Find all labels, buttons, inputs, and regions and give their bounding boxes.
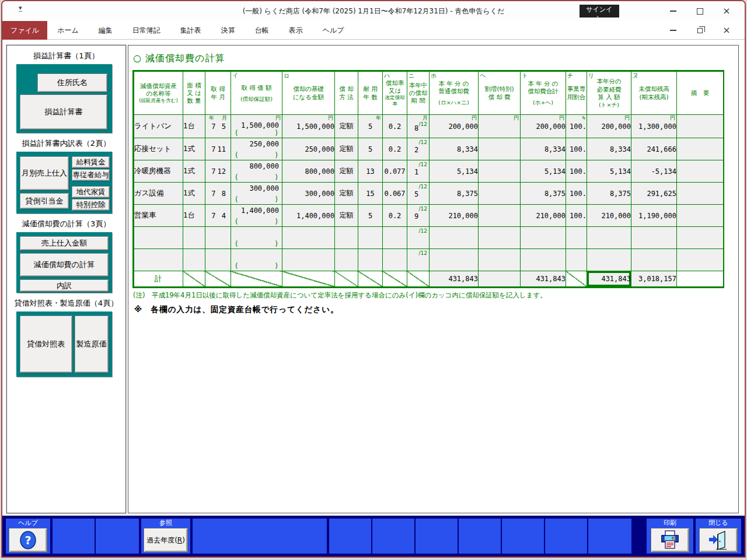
- cell-method[interactable]: 定額: [335, 183, 358, 205]
- cell-expense[interactable]: [587, 227, 631, 249]
- cell-ordinary[interactable]: 8,334: [430, 138, 479, 160]
- cell-special[interactable]: [479, 183, 521, 205]
- cell-ordinary[interactable]: [430, 227, 479, 249]
- sidebar-item-monthly-sales[interactable]: 月別売上仕入: [20, 156, 69, 190]
- cell-qty[interactable]: 1式: [183, 138, 205, 160]
- cell-method[interactable]: [335, 227, 358, 249]
- cell-remaining[interactable]: 1,190,000: [631, 205, 677, 227]
- cell-expense[interactable]: [587, 249, 631, 271]
- cell-rate[interactable]: [383, 227, 407, 249]
- cell-rate[interactable]: 0.077: [383, 160, 407, 183]
- total-cell-rate[interactable]: [383, 271, 407, 287]
- cell-ratio[interactable]: 100.: [566, 138, 587, 160]
- cell-cost[interactable]: (): [231, 227, 282, 249]
- menu-item-ヘルプ[interactable]: ヘルプ: [313, 21, 354, 40]
- cell-expense[interactable]: 5,134: [587, 160, 631, 183]
- cell-ordinary[interactable]: 200,000円: [430, 115, 479, 138]
- total-cell-method[interactable]: [335, 271, 358, 287]
- cell-name[interactable]: 応接セット: [134, 138, 183, 160]
- cell-period[interactable]: /128月: [407, 115, 430, 138]
- menu-item-ファイル[interactable]: ファイル: [2, 21, 47, 40]
- cell-ordinary[interactable]: [430, 249, 479, 271]
- cell-method[interactable]: 定額: [335, 160, 358, 183]
- sidebar-item-wages[interactable]: 給料賃金: [72, 156, 110, 168]
- cell-special[interactable]: [479, 249, 521, 271]
- print-button[interactable]: [651, 528, 689, 552]
- cell-qty[interactable]: 1台: [183, 205, 205, 227]
- cell-rate[interactable]: 0.2: [383, 115, 407, 138]
- cell-ratio[interactable]: 100.: [566, 205, 587, 227]
- cell-base[interactable]: 1,500,000円: [282, 115, 335, 138]
- cell-ratio[interactable]: 100.: [566, 183, 587, 205]
- cell-ym[interactable]: 75年月: [205, 115, 231, 138]
- cell-special[interactable]: [479, 227, 521, 249]
- cell-note[interactable]: [677, 160, 724, 183]
- cell-period[interactable]: /121: [407, 160, 430, 183]
- cell-qty[interactable]: 1式: [183, 183, 205, 205]
- cell-cost[interactable]: (): [231, 249, 282, 271]
- cell-qty[interactable]: [183, 227, 205, 249]
- cell-cost[interactable]: 300,000(): [231, 183, 282, 205]
- cell-rate[interactable]: 0.067: [383, 183, 407, 205]
- cell-total[interactable]: [521, 227, 566, 249]
- total-cell-ym[interactable]: [205, 271, 231, 287]
- cell-ym[interactable]: 78: [205, 183, 231, 205]
- cell-expense[interactable]: 8,334: [587, 138, 631, 160]
- sidebar-item-bad-debt[interactable]: 貸倒引当金: [20, 193, 69, 209]
- cell-period[interactable]: /12: [407, 227, 430, 249]
- cell-ratio[interactable]: 100.%: [566, 115, 587, 138]
- cell-cost[interactable]: 1,400,000(): [231, 205, 282, 227]
- sidebar-item-pl-statement[interactable]: 損益計算書: [20, 94, 107, 130]
- total-cell-expense[interactable]: 431,843: [587, 271, 631, 287]
- cell-total[interactable]: 210,000: [521, 205, 566, 227]
- sidebar-item-rent[interactable]: 地代家賃: [72, 186, 110, 198]
- cell-name[interactable]: 冷暖房機器: [134, 160, 183, 183]
- close-button[interactable]: ×: [713, 2, 740, 20]
- cell-total[interactable]: [521, 249, 566, 271]
- cell-ordinary[interactable]: 5,134: [430, 160, 479, 183]
- cell-special[interactable]: [479, 205, 521, 227]
- cell-remaining[interactable]: [631, 227, 677, 249]
- cell-method[interactable]: 定額: [335, 115, 358, 138]
- cell-base[interactable]: [282, 249, 335, 271]
- cell-base[interactable]: 1,400,000: [282, 205, 335, 227]
- cell-life[interactable]: 5: [358, 205, 383, 227]
- close-window-button[interactable]: [699, 528, 738, 552]
- menu-item-日常簿記[interactable]: 日常簿記: [123, 21, 170, 40]
- cell-total[interactable]: 5,134: [521, 160, 566, 183]
- cell-base[interactable]: [282, 227, 335, 249]
- maximize-button[interactable]: [686, 2, 713, 20]
- cell-ym[interactable]: [205, 227, 231, 249]
- menu-item-ホーム[interactable]: ホーム: [47, 21, 89, 40]
- cell-total[interactable]: 8,334: [521, 138, 566, 160]
- sidebar-item-special-deduction[interactable]: 特別控除: [72, 199, 110, 211]
- cell-remaining[interactable]: 1,300,000円: [631, 115, 677, 138]
- cell-expense[interactable]: 210,000: [587, 205, 631, 227]
- child-minimize-button[interactable]: [659, 22, 686, 39]
- total-cell-ratio[interactable]: [566, 271, 587, 287]
- cell-period[interactable]: /129: [407, 205, 430, 227]
- total-cell-period[interactable]: [407, 271, 430, 287]
- cell-rate[interactable]: [383, 249, 407, 271]
- cell-note[interactable]: [677, 205, 724, 227]
- cell-note[interactable]: [677, 249, 724, 271]
- total-cell-cost[interactable]: [231, 271, 282, 287]
- menu-item-編集[interactable]: 編集: [89, 21, 123, 40]
- cell-name[interactable]: ガス設備: [134, 183, 183, 205]
- cell-cost[interactable]: 1,500,000()円: [231, 115, 282, 138]
- menu-item-表示[interactable]: 表示: [279, 21, 313, 40]
- sidebar-item-sales-purchase[interactable]: 売上仕入金額: [20, 236, 109, 250]
- cell-base[interactable]: 250,000: [282, 138, 335, 160]
- cell-period[interactable]: /122: [407, 138, 430, 160]
- past-years-button[interactable]: 過去年度(R): [144, 528, 188, 552]
- cell-qty[interactable]: 1式: [183, 160, 205, 183]
- cell-period[interactable]: /125: [407, 183, 430, 205]
- cell-life[interactable]: 15: [358, 183, 383, 205]
- cell-expense[interactable]: 8,375: [587, 183, 631, 205]
- cell-expense[interactable]: 200,000円: [587, 115, 631, 138]
- cell-life[interactable]: [358, 249, 383, 271]
- cell-life[interactable]: 5年: [358, 115, 383, 138]
- sidebar-item-balance-sheet[interactable]: 貸借対照表: [20, 316, 72, 373]
- cell-life[interactable]: [358, 227, 383, 249]
- cell-note[interactable]: [677, 227, 724, 249]
